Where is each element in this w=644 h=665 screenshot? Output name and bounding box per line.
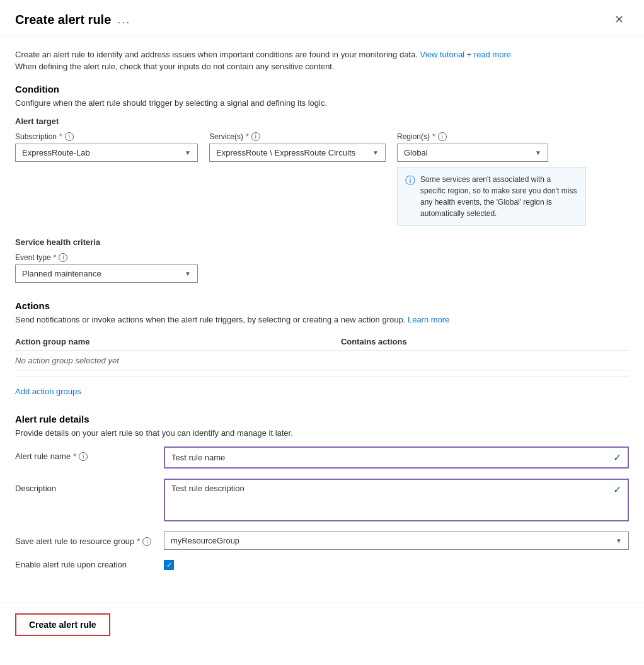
event-type-caret-icon: ▼ (185, 270, 191, 277)
event-type-required: * (54, 253, 57, 262)
rule-name-required: * (73, 452, 76, 461)
add-action-groups-link[interactable]: Add action groups (15, 387, 81, 396)
no-action-row: No action group selected yet (15, 351, 629, 371)
description-label: Description (15, 479, 154, 493)
event-type-dropdown[interactable]: Planned maintenance ▼ (15, 264, 198, 283)
enable-label: Enable alert rule upon creation (15, 560, 154, 569)
subscription-info-icon[interactable]: i (65, 132, 74, 141)
rule-name-info-icon[interactable]: i (79, 452, 88, 461)
regions-dropdown[interactable]: Global ▼ (397, 144, 548, 162)
description-row: Description Test rule description ✓ (15, 479, 629, 521)
resource-group-dropdown[interactable]: myResourceGroup ▼ (164, 531, 629, 550)
col-contains-actions-header: Contains actions (341, 333, 629, 351)
resource-group-row: Save alert rule to resource group * i my… (15, 531, 629, 550)
create-alert-rule-panel: Create alert rule ... ✕ Create an alert … (0, 0, 644, 665)
col-action-group-header: Action group name (15, 333, 341, 351)
create-alert-rule-button[interactable]: Create alert rule (15, 613, 110, 636)
event-type-label: Event type * i (15, 253, 629, 262)
description-check-icon: ✓ (613, 484, 621, 496)
regions-field: Region(s) * i Global ▼ (397, 132, 586, 162)
no-action-text: No action group selected yet (15, 351, 629, 371)
subscription-dropdown[interactable]: ExpressRoute-Lab ▼ (15, 144, 198, 162)
subscription-label: Subscription * i (15, 132, 198, 141)
panel-footer: Create alert rule (0, 603, 644, 646)
event-type-info-icon[interactable]: i (59, 253, 67, 262)
description-input[interactable]: Test rule description ✓ (164, 479, 629, 521)
panel-title-dots: ... (117, 13, 130, 26)
regions-required: * (432, 132, 435, 141)
event-type-field: Event type * i Planned maintenance ▼ (15, 253, 629, 283)
sensitive-note: When defining the alert rule, check that… (15, 62, 629, 71)
service-health-criteria: Service health criteria Event type * i P… (15, 237, 629, 283)
info-box-text: Some services aren't associated with a s… (420, 174, 578, 219)
services-required: * (246, 132, 249, 141)
table-divider (15, 376, 629, 377)
rule-name-check-icon: ✓ (613, 452, 621, 463)
services-caret-icon: ▼ (372, 149, 379, 156)
learn-more-link[interactable]: Learn more (408, 315, 449, 324)
subscription-required: * (59, 132, 62, 141)
condition-desc: Configure when the alert rule should tri… (15, 98, 629, 108)
resource-group-info-icon[interactable]: i (142, 537, 151, 546)
alert-rule-details-title: Alert rule details (15, 414, 629, 424)
alert-target-label: Alert target (15, 117, 629, 126)
service-health-label: Service health criteria (15, 237, 629, 247)
services-dropdown[interactable]: ExpressRoute \ ExpressRoute Circuits ▼ (209, 144, 386, 162)
alert-rule-details-desc: Provide details on your alert rule so th… (15, 428, 629, 438)
panel-title: Create alert rule (15, 13, 111, 27)
services-field: Service(s) * i ExpressRoute \ ExpressRou… (209, 132, 386, 162)
enable-checkbox[interactable] (164, 560, 174, 570)
view-tutorial-link[interactable]: View tutorial + read more (420, 50, 511, 59)
dropdowns-row: Subscription * i ExpressRoute-Lab ▼ Serv… (15, 132, 629, 226)
resource-group-caret-icon: ▼ (616, 537, 622, 544)
actions-desc: Send notifications or invoke actions whe… (15, 315, 629, 324)
actions-section: Actions Send notifications or invoke act… (15, 300, 629, 396)
rule-name-label: Alert rule name * i (15, 446, 154, 461)
condition-section: Condition Configure when the alert rule … (15, 84, 629, 283)
services-info-icon[interactable]: i (251, 132, 260, 141)
action-groups-table: Action group name Contains actions No ac… (15, 333, 629, 371)
info-circle-icon: ⓘ (405, 174, 415, 188)
close-button[interactable]: ✕ (609, 10, 629, 29)
condition-title: Condition (15, 84, 629, 94)
regions-label: Region(s) * i (397, 132, 586, 141)
enable-checkbox-wrapper (164, 560, 174, 570)
enable-checkbox-row: Enable alert rule upon creation (15, 560, 629, 570)
title-row: Create alert rule ... (15, 13, 130, 27)
resource-group-required: * (137, 537, 140, 546)
rule-name-row: Alert rule name * i Test rule name ✓ (15, 446, 629, 469)
regions-caret-icon: ▼ (535, 149, 541, 156)
panel-body: Create an alert rule to identify and add… (0, 37, 644, 603)
subscription-caret-icon: ▼ (185, 149, 191, 156)
rule-name-input[interactable]: Test rule name ✓ (164, 446, 629, 469)
regions-info-icon[interactable]: i (438, 132, 447, 141)
intro-text: Create an alert rule to identify and add… (15, 50, 629, 59)
actions-title: Actions (15, 300, 629, 311)
resource-group-label: Save alert rule to resource group * i (15, 531, 154, 546)
regions-col: Region(s) * i Global ▼ ⓘ Some services a… (397, 132, 586, 226)
alert-rule-details-section: Alert rule details Provide details on yo… (15, 414, 629, 570)
regions-info-box: ⓘ Some services aren't associated with a… (397, 167, 586, 226)
panel-header: Create alert rule ... ✕ (0, 0, 644, 37)
services-label: Service(s) * i (209, 132, 386, 141)
subscription-field: Subscription * i ExpressRoute-Lab ▼ (15, 132, 198, 162)
